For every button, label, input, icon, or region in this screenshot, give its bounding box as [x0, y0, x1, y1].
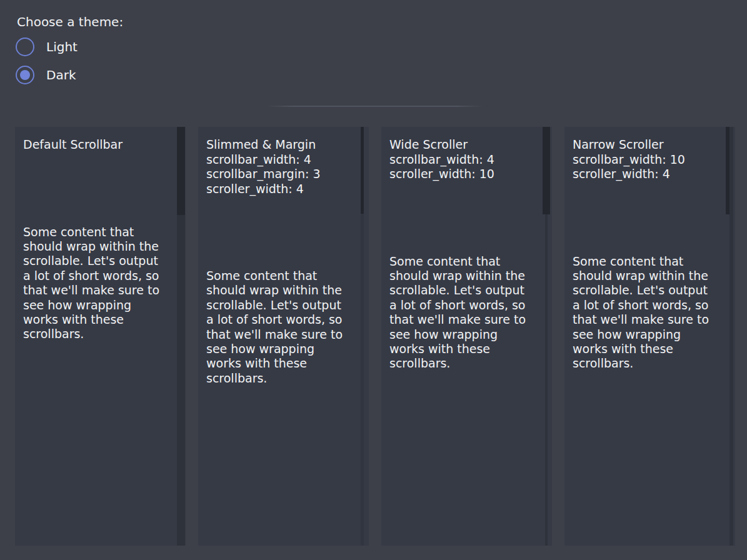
vertical-scrollbar-thumb[interactable] — [543, 127, 550, 214]
panel-content-text: Some content that should wrap within the… — [206, 269, 360, 386]
radio-label-light: Light — [46, 39, 78, 54]
panel-param: scroller_width: 4 — [573, 167, 723, 182]
vertical-scrollbar-thumb[interactable] — [361, 127, 364, 214]
panel-content-text: Some content that should wrap within the… — [573, 254, 726, 371]
panel-param: scrollbar_margin: 3 — [206, 167, 356, 182]
radio-circle-icon[interactable] — [16, 38, 34, 56]
theme-chooser-label: Choose a theme: — [17, 14, 123, 29]
panel-param: scrollbar_width: 4 — [389, 152, 539, 168]
panel-wide-scroller[interactable]: Wide Scroller scrollbar_width: 4 scrolle… — [381, 127, 552, 546]
panel-title: Narrow Scroller — [573, 138, 723, 152]
panel-content-text: Some content that should wrap within the… — [23, 225, 177, 342]
panel-narrow-scroller[interactable]: Narrow Scroller scrollbar_width: 10 scro… — [564, 127, 735, 546]
panel-param: scrollbar_width: 10 — [573, 152, 723, 168]
panel-param: scrollbar_width: 4 — [206, 152, 356, 168]
panel-slimmed-margin[interactable]: Slimmed & Margin scrollbar_width: 4 scro… — [198, 127, 369, 546]
vertical-scrollbar-thumb[interactable] — [177, 127, 185, 215]
panel-param: scroller_width: 10 — [389, 167, 539, 182]
radio-dot — [20, 70, 30, 80]
radio-option-light[interactable]: Light — [16, 38, 78, 56]
panel-content-text: Some content that should wrap within the… — [389, 254, 543, 371]
radio-option-dark[interactable]: Dark — [16, 66, 76, 84]
radio-circle-icon[interactable] — [16, 66, 34, 84]
panel-title: Default Scrollbar — [23, 138, 173, 152]
vertical-scrollbar-track[interactable] — [729, 127, 733, 546]
panel-title: Wide Scroller — [389, 138, 539, 152]
panel-default-scrollbar[interactable]: Default Scrollbar Some content that shou… — [15, 127, 186, 546]
page: Choose a theme: Light Dark Default Scrol… — [0, 0, 747, 560]
panel-param: scroller_width: 4 — [206, 182, 356, 197]
horizontal-divider — [267, 106, 483, 107]
panel-title: Slimmed & Margin — [206, 138, 356, 152]
vertical-scrollbar-thumb[interactable] — [726, 127, 729, 214]
radio-label-dark: Dark — [46, 68, 76, 82]
